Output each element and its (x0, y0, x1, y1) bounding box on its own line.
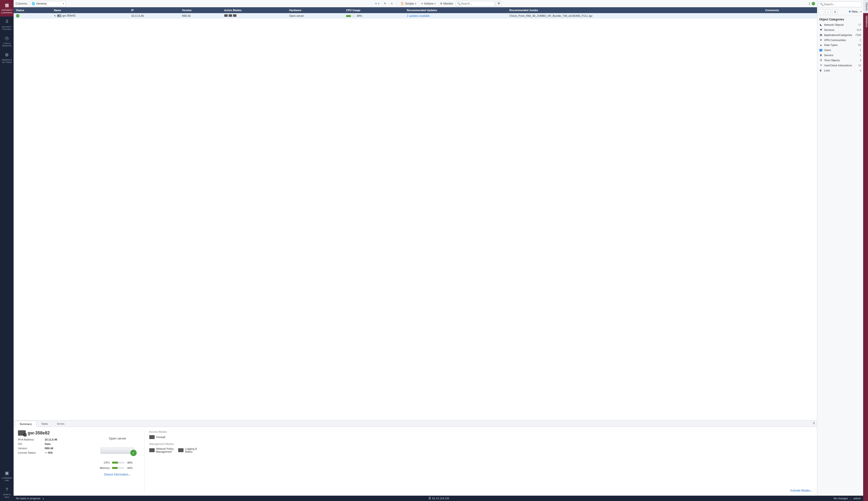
blade-item[interactable]: Logging &Status (178, 447, 197, 453)
delete-button[interactable]: ✕ (389, 1, 395, 6)
monitor-button[interactable]: ⟳Monitor (438, 1, 455, 6)
category-name: UserCheck Interactions (824, 64, 852, 67)
category-count: 7508 (855, 33, 861, 36)
actions-button[interactable]: ↗Actions▾ (419, 1, 437, 6)
collapse-icon: ⇵ (813, 422, 815, 425)
row-version: R80.40 (180, 13, 222, 19)
nav-label: & SERVERS (1, 12, 12, 14)
nav-gateways-servers[interactable]: ▦ GATEWAYS & SERVERS (0, 0, 14, 17)
category-icon: ▲ (819, 43, 823, 46)
monitor-label: Monitor (443, 2, 453, 6)
object-category[interactable]: ◔Time Objects3 (817, 57, 863, 63)
list-view-button[interactable]: ≣ (832, 9, 838, 14)
tab-summary[interactable]: Summary (15, 421, 36, 427)
activate-blades-link[interactable]: Activate Blades... (790, 489, 813, 492)
details-panel: Summary Tasks Errors ⇵ ▾ gw-358e82 IPv4 … (14, 420, 817, 495)
kv-value: R80.40 (45, 447, 53, 450)
nav-security-policies[interactable]: ⠿ SECURITY POLICIES (0, 17, 14, 33)
device-information-link[interactable]: Device Information... (96, 473, 139, 476)
toolbar-search-input[interactable] (461, 2, 493, 6)
tasks-status[interactable]: No tasks in progress (16, 497, 40, 500)
funnel-icon: ⧩ (497, 2, 500, 6)
nav-label: POLICIES (2, 28, 11, 30)
memory-label: Memory: (96, 467, 110, 469)
object-category[interactable]: ▲Data Types62 (817, 43, 863, 47)
cpu-label: CPU: (96, 461, 110, 464)
column-header[interactable]: Status (14, 7, 52, 13)
category-name: Time Objects (824, 59, 839, 62)
detail-kv: OS:Gaia (18, 443, 91, 445)
back-button[interactable]: ← (819, 9, 824, 14)
server-icon: 🗄 (428, 497, 431, 500)
objects-search[interactable]: 🔍 (819, 1, 862, 7)
tab-objects[interactable]: Objects (863, 0, 868, 13)
search-icon: 🔍 (457, 2, 461, 6)
table-row[interactable]: ✓↖ gw-358e8210.11.0.46R80.40Open server4… (14, 13, 817, 19)
main-area: Columns: 🌐 General ▾ ✶▾ ✎ ✕ 📜Scripts▾ ↗A… (14, 0, 817, 501)
column-header[interactable]: Name (52, 7, 129, 13)
object-category[interactable]: 👥Users1 (817, 47, 863, 53)
device-image: ✓ (100, 448, 134, 454)
blade-name: Logging &Status (185, 447, 197, 453)
nav-command-line[interactable]: ▣ COMMAND LINE (0, 468, 14, 484)
current-user[interactable]: admin (854, 497, 861, 500)
category-icon: ▮ (819, 53, 823, 57)
nav-label: MONITOR (2, 45, 11, 47)
object-category[interactable]: ◐Limit4 (817, 68, 863, 73)
category-count: 514 (857, 29, 861, 31)
gateway-icon (57, 14, 62, 17)
category-icon: ✱ (819, 28, 823, 31)
home-button[interactable]: ⌂ (825, 9, 831, 14)
column-header[interactable]: Comments (763, 7, 817, 13)
filter-button[interactable]: ⧩ (496, 1, 502, 6)
toolbar-search[interactable]: 🔍 (456, 1, 495, 6)
chevron-down-icon: ▾ (435, 2, 436, 5)
nav-logs-monitor[interactable]: ◷ LOGS & MONITOR (0, 33, 14, 50)
detail-kv: IPv4 Address:10.11.0.46 (18, 438, 91, 441)
column-header[interactable]: IP (129, 7, 179, 13)
object-category[interactable]: ✕UserCheck Interactions13 (817, 63, 863, 68)
detail-kv: Version:R80.40 (18, 447, 91, 450)
scripts-button[interactable]: 📜Scripts▾ (399, 1, 418, 6)
column-header[interactable]: Version (180, 7, 222, 13)
kv-key: OS: (18, 443, 45, 445)
object-category[interactable]: ★VPN Communities2 (817, 38, 863, 43)
tab-tasks[interactable]: Tasks (36, 420, 53, 427)
row-jumbo: Check_Point_R80_40_JUMBO_HF_Bundle_T48_s… (507, 13, 763, 19)
category-icon: ◐ (819, 69, 823, 72)
edit-button[interactable]: ✎ (382, 1, 388, 6)
collapse-details-button[interactable]: ⇵ (811, 420, 817, 427)
columns-value: General (36, 2, 47, 6)
column-header[interactable]: Recommended Jumbo (507, 7, 763, 13)
object-category[interactable]: ✱Services514 (817, 27, 863, 32)
tab-errors[interactable]: Errors (53, 420, 69, 427)
column-header[interactable]: Hardware (287, 7, 344, 13)
server-address: 52.13.124.225 (432, 497, 449, 500)
object-category[interactable]: ◣Network Objects17 (817, 22, 863, 27)
tab-validations[interactable]: Validations (863, 13, 868, 30)
blade-item[interactable]: Network PolicyManagement (149, 447, 174, 453)
scripts-label: Scripts (405, 2, 414, 6)
blade-item[interactable]: Firewall (149, 435, 165, 439)
row-name: gw-358e82 (62, 14, 76, 17)
nav-manage-settings[interactable]: ⚙ MANAGE & SETTINGS (0, 50, 14, 66)
blade-icon (233, 14, 237, 17)
object-category[interactable]: ▦Applications/Categories7508 (817, 32, 863, 38)
category-name: Services (824, 29, 834, 31)
objects-search-input[interactable] (824, 3, 860, 6)
globe-icon: 🌐 (32, 2, 35, 6)
chevron-down-icon: ▾ (860, 10, 862, 13)
object-category[interactable]: ▮Servers1 (817, 53, 863, 57)
chevron-up-icon[interactable]: ▴ (43, 497, 44, 500)
new-object-button[interactable]: ✸ New... ▾ (849, 10, 862, 13)
column-header[interactable]: Active Blades (222, 7, 287, 13)
column-header[interactable]: Recommended Updates (404, 7, 507, 13)
chevron-down-icon: ▾ (415, 2, 416, 5)
nav-whats-new[interactable]: ? WHAT'S NEW (0, 484, 14, 501)
new-gateway-button[interactable]: ✶▾ (373, 1, 381, 6)
columns-select[interactable]: 🌐 General ▾ (30, 1, 66, 6)
cpu-metric: CPU: 48% (96, 461, 139, 464)
updates-link[interactable]: 2 updates available (407, 14, 430, 17)
policies-icon: ⠿ (0, 19, 13, 24)
column-header[interactable]: CPU Usage (344, 7, 404, 13)
